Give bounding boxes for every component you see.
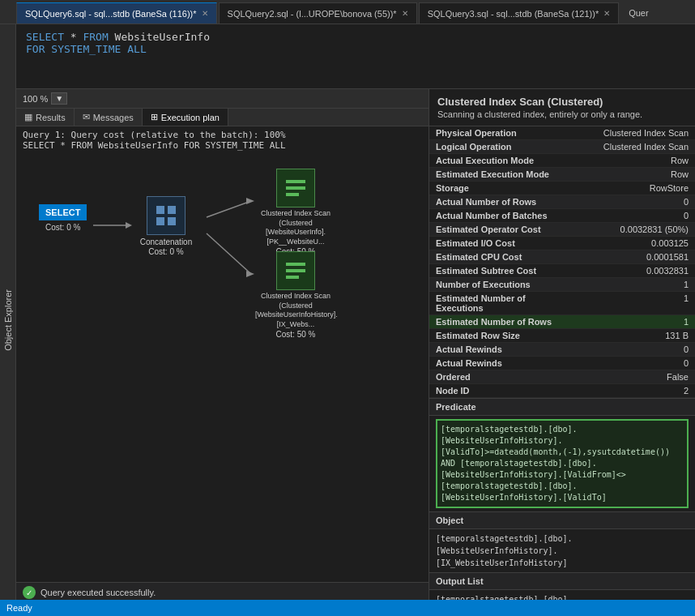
scan-node-1[interactable]: Clustered Index Scan (Clustered[WebsiteU…: [255, 169, 336, 256]
props-value: RowStore: [575, 182, 695, 195]
props-value: 0.0032831: [575, 264, 695, 278]
props-value: 0.0001581: [575, 250, 695, 264]
output-header: Output List: [429, 572, 695, 590]
props-row: Estimated I/O Cost0.003125: [429, 237, 695, 250]
object-header: Object: [429, 511, 695, 529]
props-label: Estimated CPU Cost: [429, 250, 575, 264]
props-label: Estimated Operator Cost: [429, 223, 575, 237]
close-icon[interactable]: ✕: [402, 9, 408, 18]
props-row: Actual Number of Batches0: [429, 209, 695, 223]
scan2-cost: Cost: 50 %: [276, 330, 316, 339]
query-info-line2: SELECT * FROM WebsiteUserInfo FOR SYSTEM…: [23, 140, 422, 151]
props-header: Clustered Index Scan (Clustered) Scannin…: [429, 89, 695, 126]
concat-label: Concatenation: [130, 237, 203, 247]
concat-icon: [147, 196, 185, 235]
editor-line1-table: WebsiteUserInfo: [115, 31, 210, 43]
props-label: Logical Operation: [429, 140, 575, 154]
main-area: SELECT * FROM WebsiteUserInfo FOR SYSTEM…: [16, 24, 695, 616]
zoom-bar: 100 % ▼: [16, 89, 429, 109]
plan-area: 100 % ▼ ▦ Results ✉ Messages ⊞ Execution…: [16, 89, 429, 616]
select-cost: Cost: 0 %: [45, 222, 80, 233]
scan1-label: Clustered Index Scan (Clustered[WebsiteU…: [255, 209, 336, 247]
success-text: Query executed successfully.: [41, 588, 156, 597]
concat-cost: Cost: 0 %: [148, 247, 183, 256]
select-box: SELECT: [39, 204, 87, 220]
query-info: Query 1: Query cost (relative to the bat…: [16, 126, 429, 154]
props-row: Estimated CPU Cost0.0001581: [429, 250, 695, 264]
props-row: Actual Rewinds0: [429, 357, 695, 370]
svg-marker-5: [246, 271, 254, 277]
select-node[interactable]: SELECT Cost: 0 %: [39, 204, 87, 233]
props-row: Actual Execution ModeRow: [429, 154, 695, 168]
middle-section: 100 % ▼ ▦ Results ✉ Messages ⊞ Execution…: [16, 89, 695, 616]
ready-text: Ready: [6, 603, 32, 613]
props-label: Ordered: [429, 370, 575, 384]
props-row: StorageRowStore: [429, 182, 695, 195]
tab-sqlquery2[interactable]: SQLQuery2.sql - (l...UROPE\bonova (55))*…: [219, 2, 417, 24]
props-row: Estimated Operator Cost0.0032831 (50%): [429, 223, 695, 237]
props-value: 0: [575, 357, 695, 370]
props-label: Node ID: [429, 384, 575, 398]
props-row: Node ID2: [429, 384, 695, 398]
props-label: Estimated Execution Mode: [429, 168, 575, 182]
svg-rect-10: [286, 180, 305, 183]
zoom-value: 100 %: [23, 94, 48, 104]
props-label: Actual Execution Mode: [429, 154, 575, 168]
svg-rect-8: [156, 217, 164, 225]
props-label: Estimated Subtree Cost: [429, 264, 575, 278]
svg-rect-14: [286, 269, 305, 272]
result-tabs: ▦ Results ✉ Messages ⊞ Execution plan: [16, 109, 429, 126]
plan-canvas: SELECT Cost: 0 % Concatenation Cost: 0 %: [16, 154, 429, 582]
props-label: Storage: [429, 182, 575, 195]
props-label: Estimated Number of Executions: [429, 292, 575, 315]
sql-editor[interactable]: SELECT * FROM WebsiteUserInfo FOR SYSTEM…: [16, 24, 695, 89]
close-icon[interactable]: ✕: [603, 9, 610, 18]
scan2-label: Clustered Index Scan (Clustered[WebsiteU…: [255, 292, 336, 330]
scan-node-2[interactable]: Clustered Index Scan (Clustered[WebsiteU…: [255, 251, 336, 339]
tab-label: SQLQuery3.sql - sql...stdb (BaneSa (121)…: [428, 9, 599, 19]
object-explorer-sidebar: Object Explorer: [0, 24, 16, 616]
tab-bar: SQLQuery6.sql - sql...stdb (BaneSa (116)…: [0, 0, 695, 24]
props-label: Estimated Number of Rows: [429, 315, 575, 329]
props-row: Actual Number of Rows0: [429, 195, 695, 209]
tab-messages[interactable]: ✉ Messages: [75, 109, 143, 126]
svg-rect-12: [286, 193, 299, 196]
props-row: Actual Rewinds0: [429, 343, 695, 357]
tab-sqlquery6[interactable]: SQLQuery6.sql - sql...stdb (BaneSa (116)…: [16, 2, 217, 24]
close-icon[interactable]: ✕: [202, 9, 208, 18]
props-row: Estimated Execution ModeRow: [429, 168, 695, 182]
props-label: Estimated I/O Cost: [429, 237, 575, 250]
props-value: Clustered Index Scan: [575, 140, 695, 154]
messages-icon: ✉: [83, 112, 90, 122]
props-row: Estimated Subtree Cost0.0032831: [429, 264, 695, 278]
props-value: 2: [575, 384, 695, 398]
concat-node[interactable]: Concatenation Cost: 0 %: [130, 196, 203, 256]
zoom-dropdown[interactable]: ▼: [51, 92, 67, 105]
props-value: Clustered Index Scan: [575, 126, 695, 140]
props-row: OrderedFalse: [429, 370, 695, 384]
svg-line-2: [207, 201, 251, 217]
ready-bar: Ready: [0, 600, 695, 616]
props-label: Number of Executions: [429, 278, 575, 292]
svg-rect-6: [156, 206, 164, 214]
tab-execution-plan[interactable]: ⊞ Execution plan: [143, 109, 228, 126]
props-value: 1: [575, 292, 695, 315]
props-value: 0: [575, 195, 695, 209]
props-value: Row: [575, 168, 695, 182]
tab-extra[interactable]: Quer: [620, 2, 656, 24]
tab-sqlquery3[interactable]: SQLQuery3.sql - sql...stdb (BaneSa (121)…: [419, 2, 620, 24]
query-info-line1: Query 1: Query cost (relative to the bat…: [23, 130, 422, 140]
props-row: Physical OperationClustered Index Scan: [429, 126, 695, 140]
svg-rect-15: [286, 276, 299, 279]
tab-results[interactable]: ▦ Results: [16, 109, 75, 126]
tab-label: SQLQuery6.sql - sql...stdb (BaneSa (116)…: [25, 9, 197, 19]
props-value: False: [575, 370, 695, 384]
predicate-value: [temporalstagetestdb].[dbo].[WebsiteUser…: [436, 419, 689, 508]
predicate-header: Predicate: [429, 398, 695, 416]
props-value: 0: [575, 209, 695, 223]
props-row: Number of Executions1: [429, 278, 695, 292]
props-row: Estimated Number of Executions1: [429, 292, 695, 315]
sidebar-label: Object Explorer: [3, 289, 13, 351]
scan2-icon: [276, 251, 315, 290]
props-row: Estimated Row Size131 B: [429, 329, 695, 343]
